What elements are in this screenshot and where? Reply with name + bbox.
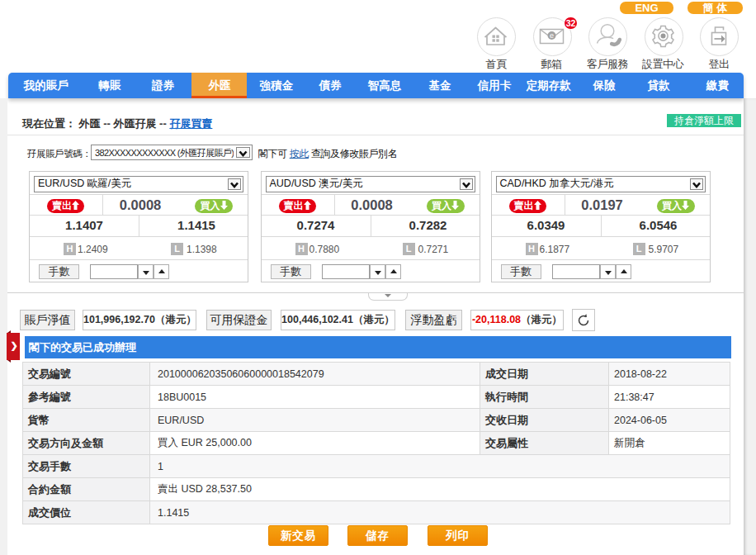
svg-text:e: e (550, 31, 554, 40)
